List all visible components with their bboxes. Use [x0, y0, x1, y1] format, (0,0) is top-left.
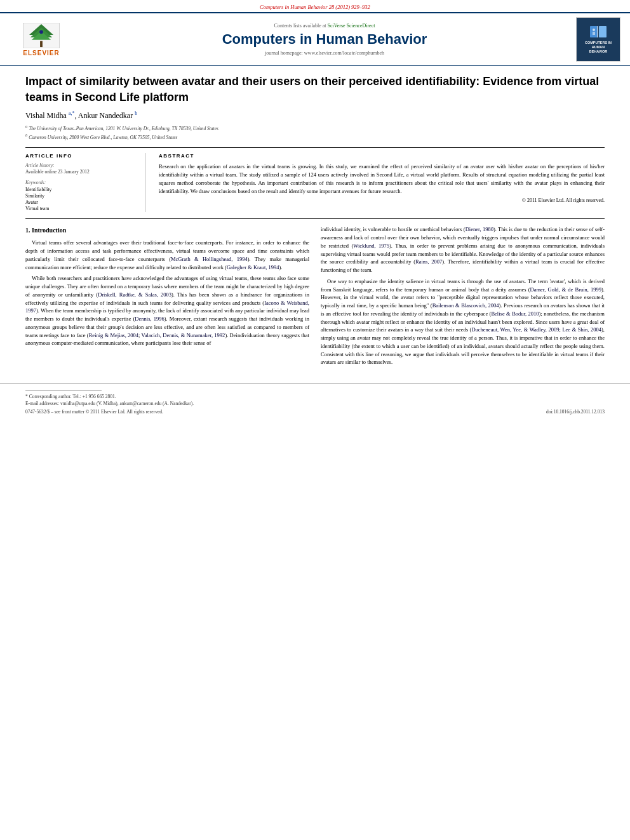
svg-rect-1 — [40, 41, 43, 47]
ref-damer[interactable]: Damer, Gold, & de Bruin, 1999 — [530, 286, 602, 293]
journal-homepage: journal homepage: www.elsevier.com/locat… — [83, 50, 566, 56]
svg-rect-11 — [593, 32, 595, 35]
article-title: Impact of similarity between avatar and … — [25, 74, 605, 105]
available-online: Available online 23 January 2012 — [25, 169, 138, 175]
right-para-2: One way to emphasize the identity salien… — [321, 277, 605, 366]
chb-logo-text: COMPUTERS INHUMANBEHAVIOR — [585, 41, 612, 54]
email-values: vmidha@utpa.edu (V. Midha), ankum@camero… — [60, 401, 194, 406]
ref-valacich[interactable]: Valacich, Dennis, & Nunamaker, 1992 — [142, 332, 225, 338]
affiliation-1: a The University of Texas–Pan American, … — [25, 124, 605, 131]
ref-driskell[interactable]: Driskell, Radtke, & Salas, 2003 — [98, 291, 171, 298]
contents-line: Contents lists available at Contents lis… — [83, 23, 566, 29]
author-2-super: b — [135, 110, 137, 116]
abstract-header: ABSTRACT — [159, 153, 605, 159]
keyword-1: Identifiability — [25, 187, 138, 192]
affiliation-2: b Cameron University, 2800 West Gore Blv… — [25, 133, 605, 140]
body-right-column: individual identity, is vulnerable to ho… — [321, 225, 605, 370]
article-info-abstract-section: ARTICLE INFO Article history: Available … — [25, 147, 605, 212]
abstract-text: Research on the application of avatars i… — [159, 163, 605, 195]
ref-ducheneaut[interactable]: Ducheneaut, Wen, Yee, & Wadley, 2009 — [471, 326, 559, 333]
article-info-header: ARTICLE INFO — [25, 153, 138, 159]
ref-diener[interactable]: Diener, 1980 — [466, 226, 493, 232]
history-label: Article history: — [25, 163, 138, 168]
ref-bailenson[interactable]: Bailenson & Blascovich, 2004 — [432, 302, 499, 309]
journal-title: Computers in Human Behavior — [83, 31, 566, 48]
journal-header: ELSEVIER Contents lists available at Con… — [0, 12, 630, 66]
sciverse-link[interactable]: Contents lists available at SciVerse Sci… — [328, 23, 375, 29]
article-info-column: ARTICLE INFO Article history: Available … — [25, 153, 146, 212]
elsevier-tree-icon — [22, 23, 60, 48]
intro-para-2: While both researchers and practitioners… — [25, 274, 309, 347]
ref-dennis[interactable]: Dennis, 1996 — [135, 316, 164, 322]
journal-center-info: Contents lists available at Contents lis… — [83, 23, 566, 56]
svg-point-5 — [39, 30, 43, 34]
svg-rect-8 — [599, 26, 607, 37]
ref-rains[interactable]: Rains, 2007 — [415, 258, 442, 265]
ref-lee[interactable]: Lee & Shin, 2004 — [562, 326, 601, 333]
chb-logo-icon — [589, 25, 608, 41]
elsevier-logo-area: ELSEVIER — [6, 23, 76, 57]
issn-text: 0747-5632/$ – see front matter © 2011 El… — [25, 409, 163, 415]
section-divider — [25, 218, 605, 219]
page-footer: * Corresponding author. Tel.: +1 956 665… — [0, 383, 630, 418]
ref-belise[interactable]: Belise & Bodur, 2010 — [491, 310, 539, 317]
author-1-super: a,* — [69, 110, 75, 116]
citation-text: Computers in Human Behavior 28 (2012) 92… — [260, 4, 370, 10]
main-content: Impact of similarity between avatar and … — [0, 66, 630, 376]
ref-iacono[interactable]: Iacono & Weisband, 1997 — [25, 300, 309, 314]
email-label: E-mail addresses: — [25, 401, 59, 406]
email-line: E-mail addresses: vmidha@utpa.edu (V. Mi… — [25, 401, 605, 406]
people-text: people — [563, 343, 578, 349]
doi-text: doi:10.1016/j.chb.2011.12.013 — [546, 409, 605, 415]
ref-wicklund[interactable]: Wicklund, 1975 — [353, 243, 389, 249]
keyword-3: Avatar — [25, 199, 138, 205]
ref-mcgrath[interactable]: McGrath & Hollingshead, 1994 — [171, 256, 248, 262]
chb-logo-box: COMPUTERS INHUMANBEHAVIOR — [576, 17, 620, 62]
right-logo-area: COMPUTERS INHUMANBEHAVIOR — [573, 17, 624, 62]
ref-reinig[interactable]: Reinig & Mejias, 2004 — [89, 332, 138, 338]
svg-point-10 — [593, 29, 595, 31]
authors-line: Vishal Midha a,*, Ankur Nandedkar b — [25, 110, 605, 121]
corresponding-note: * Corresponding author. Tel.: +1 956 665… — [25, 394, 605, 399]
elsevier-label: ELSEVIER — [23, 50, 59, 57]
body-section: 1. Introduction Virtual teams offer seve… — [25, 225, 605, 370]
ref-galegher[interactable]: Galegher & Kraut, 1994 — [227, 264, 279, 270]
footer-bottom: 0747-5632/$ – see front matter © 2011 El… — [25, 409, 605, 415]
intro-section-title: 1. Introduction — [25, 225, 309, 235]
keyword-4: Virtual team — [25, 206, 138, 211]
right-para-1: individual identity, is vulnerable to ho… — [321, 225, 605, 274]
keywords-label: Keywords: — [25, 180, 138, 185]
footnote-divider — [25, 390, 102, 391]
intro-para-1: Virtual teams offer several advantages o… — [25, 239, 309, 271]
author-2-name: Ankur Nandedkar — [78, 111, 135, 120]
body-left-column: 1. Introduction Virtual teams offer seve… — [25, 225, 309, 370]
citation-bar: Computers in Human Behavior 28 (2012) 92… — [0, 0, 630, 12]
abstract-column: ABSTRACT Research on the application of … — [159, 153, 605, 212]
author-1-name: Vishal Midha — [25, 111, 69, 120]
keyword-2: Similarity — [25, 193, 138, 199]
abstract-copyright: © 2011 Elsevier Ltd. All rights reserved… — [159, 197, 605, 203]
